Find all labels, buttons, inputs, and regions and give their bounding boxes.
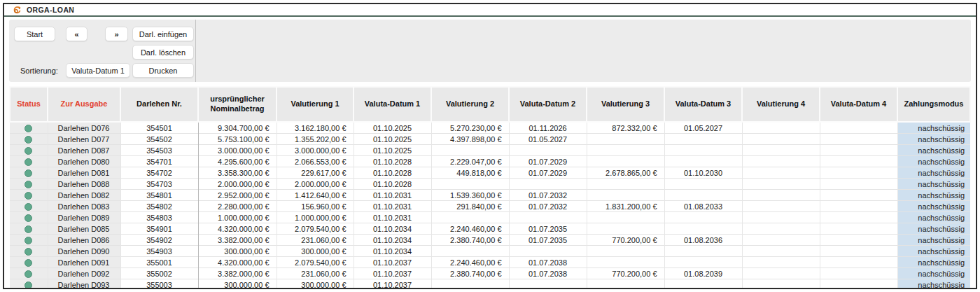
- header-nominalbetrag[interactable]: ursprünglicher Nominalbetrag: [198, 87, 276, 122]
- valutierung-4-cell: [742, 179, 820, 190]
- header-valutierung-1[interactable]: Valutierung 1: [276, 87, 354, 122]
- zahlungsmodus-cell: nachschüssig: [897, 167, 970, 179]
- header-darlehen-nr[interactable]: Darlehen Nr.: [120, 87, 198, 122]
- status-green-dot-icon: [24, 214, 32, 222]
- status-cell: [10, 122, 48, 134]
- table-row[interactable]: Darlehen D091 355001 4.320.000,00 € 2.07…: [10, 257, 970, 268]
- status-green-dot-icon: [24, 248, 32, 256]
- valuta-datum-4-cell: [820, 279, 897, 290]
- zahlungsmodus-cell: nachschüssig: [897, 122, 970, 134]
- valutierung-1-cell: 1.355.202,00 €: [276, 134, 354, 145]
- valuta-datum-1-cell: 01.10.2037: [354, 279, 431, 290]
- status-cell: [10, 223, 48, 235]
- status-green-dot-icon: [24, 237, 32, 244]
- delete-loan-button[interactable]: Darl. löschen: [132, 45, 194, 60]
- valuta-datum-1-cell: 01.10.2028: [354, 156, 431, 167]
- header-valuta-datum-2[interactable]: Valuta-Datum 2: [509, 87, 587, 122]
- zur-ausgabe-cell: Darlehen D093: [48, 279, 120, 290]
- zahlungsmodus-cell: nachschüssig: [897, 223, 970, 235]
- table-row[interactable]: Darlehen D081 354702 3.358.300,00 € 229.…: [10, 167, 970, 179]
- table-row[interactable]: Darlehen D090 354903 300.000,00 € 300.00…: [10, 246, 970, 257]
- darlehen-nr-cell: 354701: [120, 156, 198, 167]
- zahlungsmodus-cell: nachschüssig: [897, 201, 970, 212]
- darlehen-nr-cell: 355002: [120, 268, 198, 279]
- table-row[interactable]: Darlehen D080 354701 4.295.600,00 € 2.06…: [10, 156, 970, 167]
- valutierung-3-cell: [587, 212, 664, 223]
- loan-table-body: Darlehen D076 354501 9.304.700,00 € 3.16…: [10, 122, 970, 289]
- loan-table-container: Status Zur Ausgabe Darlehen Nr. ursprüng…: [9, 86, 971, 288]
- valuta-datum-1-cell: 01.10.2025: [354, 134, 431, 145]
- valuta-datum-1-cell: 01.10.2025: [354, 122, 431, 134]
- orga-loan-window: ORGA-LOAN Start « » Darl. einfügen Darl.…: [3, 3, 977, 289]
- pane-splitter: [195, 20, 196, 82]
- valutierung-2-cell: [431, 179, 509, 190]
- status-cell: [10, 212, 48, 223]
- darlehen-nr-cell: 354702: [120, 167, 198, 179]
- sort-field[interactable]: Valuta-Datum 1: [66, 63, 130, 78]
- header-valuta-datum-3[interactable]: Valuta-Datum 3: [664, 87, 742, 122]
- zahlungsmodus-cell: nachschüssig: [897, 179, 970, 190]
- nominalbetrag-cell: 2.952.000,00 €: [198, 190, 276, 201]
- valuta-datum-3-cell: [664, 246, 742, 257]
- app-logo-icon: [13, 6, 22, 15]
- valutierung-2-cell: 4.397.898,00 €: [431, 134, 509, 145]
- table-row[interactable]: Darlehen D092 355002 3.382.000,00 € 231.…: [10, 268, 970, 279]
- valutierung-2-cell: 291.840,00 €: [431, 201, 509, 212]
- valutierung-1-cell: 2.079.540,00 €: [276, 257, 354, 268]
- table-row[interactable]: Darlehen D076 354501 9.304.700,00 € 3.16…: [10, 122, 970, 134]
- header-valutierung-3[interactable]: Valutierung 3: [587, 87, 664, 122]
- table-row[interactable]: Darlehen D077 354502 5.753.100,00 € 1.35…: [10, 134, 970, 145]
- valuta-datum-3-cell: 01.08.2036: [664, 235, 742, 246]
- header-valuta-datum-4[interactable]: Valuta-Datum 4: [820, 87, 897, 122]
- valutierung-2-cell: [431, 212, 509, 223]
- zahlungsmodus-cell: nachschüssig: [897, 212, 970, 223]
- header-valutierung-2[interactable]: Valutierung 2: [431, 87, 509, 122]
- table-row[interactable]: Darlehen D086 354902 3.382.000,00 € 231.…: [10, 235, 970, 246]
- nominalbetrag-cell: 4.320.000,00 €: [198, 257, 276, 268]
- title-bar: ORGA-LOAN: [4, 4, 976, 15]
- page-forward-button[interactable]: »: [105, 27, 128, 41]
- window-title: ORGA-LOAN: [27, 6, 74, 14]
- loan-table: Status Zur Ausgabe Darlehen Nr. ursprüng…: [9, 86, 971, 289]
- valuta-datum-4-cell: [820, 212, 897, 223]
- header-zahlungsmodus[interactable]: Zahlungsmodus: [897, 87, 970, 122]
- valutierung-4-cell: [742, 190, 820, 201]
- valuta-datum-4-cell: [820, 145, 897, 156]
- status-cell: [10, 246, 48, 257]
- print-button[interactable]: Drucken: [132, 63, 194, 78]
- header-zur-ausgabe[interactable]: Zur Ausgabe: [48, 87, 120, 122]
- table-row[interactable]: Darlehen D083 354802 2.280.000,00 € 156.…: [10, 201, 970, 212]
- darlehen-nr-cell: 354902: [120, 235, 198, 246]
- table-row[interactable]: Darlehen D087 354503 3.000.000,00 € 3.00…: [10, 145, 970, 156]
- header-valutierung-4[interactable]: Valutierung 4: [742, 87, 820, 122]
- header-status[interactable]: Status: [10, 87, 48, 122]
- valutierung-2-cell: 2.240.460,00 €: [431, 257, 509, 268]
- darlehen-nr-cell: 354903: [120, 246, 198, 257]
- valutierung-1-cell: 231.060,00 €: [276, 235, 354, 246]
- status-cell: [10, 190, 48, 201]
- table-row[interactable]: Darlehen D093 355003 300.000,00 € 300.00…: [10, 279, 970, 290]
- table-row[interactable]: Darlehen D082 354801 2.952.000,00 € 1.41…: [10, 190, 970, 201]
- valuta-datum-1-cell: 01.10.2031: [354, 212, 431, 223]
- valutierung-1-cell: 2.000.000,00 €: [276, 179, 354, 190]
- zur-ausgabe-cell: Darlehen D086: [48, 235, 120, 246]
- valutierung-1-cell: 300.000,00 €: [276, 246, 354, 257]
- valuta-datum-2-cell: [509, 145, 587, 156]
- start-button[interactable]: Start: [14, 27, 55, 41]
- valuta-datum-2-cell: [509, 246, 587, 257]
- header-valuta-datum-1[interactable]: Valuta-Datum 1: [354, 87, 431, 122]
- page-back-button[interactable]: «: [66, 27, 88, 41]
- insert-loan-button[interactable]: Darl. einfügen: [132, 27, 194, 41]
- status-cell: [10, 201, 48, 212]
- valuta-datum-1-cell: 01.10.2037: [354, 268, 431, 279]
- status-green-dot-icon: [24, 169, 32, 177]
- table-row[interactable]: Darlehen D085 354901 4.320.000,00 € 2.07…: [10, 223, 970, 235]
- valuta-datum-2-cell: 01.07.2038: [509, 268, 587, 279]
- valutierung-3-cell: 2.678.865,00 €: [587, 167, 664, 179]
- valuta-datum-2-cell: 01.07.2035: [509, 223, 587, 235]
- status-cell: [10, 145, 48, 156]
- table-row[interactable]: Darlehen D088 354703 2.000.000,00 € 2.00…: [10, 179, 970, 190]
- table-row[interactable]: Darlehen D089 354803 1.000.000,00 € 1.00…: [10, 212, 970, 223]
- zahlungsmodus-cell: nachschüssig: [897, 156, 970, 167]
- valutierung-3-cell: [587, 223, 664, 235]
